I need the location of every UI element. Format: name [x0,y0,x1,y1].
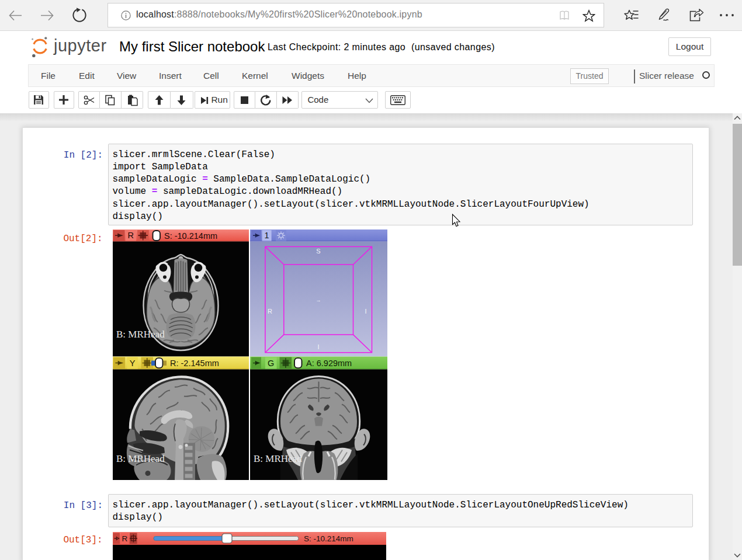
svg-text:G: G [268,359,274,368]
svg-text:S: S [316,248,320,255]
svg-text:1: 1 [265,231,269,240]
svg-text:R: -2.145mm: R: -2.145mm [170,359,219,368]
svg-text:R: R [128,231,134,240]
svg-text:I: I [317,343,319,350]
svg-text:Y: Y [130,359,136,368]
svg-text:R: R [268,308,272,315]
svg-text:S: -10.214mm: S: -10.214mm [304,534,353,543]
svg-text:→: → [316,297,321,303]
svg-text:B: MRHead: B: MRHead [254,453,302,464]
svg-text:S: -10.214mm: S: -10.214mm [164,231,217,241]
svg-text:I: I [365,308,366,315]
svg-text:B: MRHead: B: MRHead [116,453,165,464]
svg-text:A: 6.929mm: A: 6.929mm [306,359,352,368]
svg-text:B: MRHead: B: MRHead [116,329,165,340]
svg-text:R: R [122,534,128,543]
